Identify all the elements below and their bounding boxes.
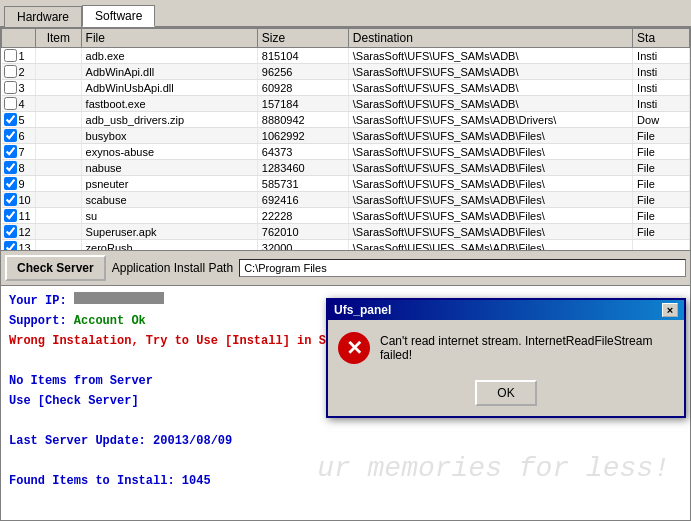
- dialog-message: Can't read internet stream. InternetRead…: [380, 334, 674, 362]
- dialog-close-button[interactable]: ×: [662, 303, 678, 317]
- dialog-overlay: Ufs_panel × ✕ Can't read internet stream…: [1, 28, 690, 520]
- error-icon: ✕: [338, 332, 370, 364]
- dialog-body: ✕ Can't read internet stream. InternetRe…: [328, 320, 684, 376]
- dialog-titlebar: Ufs_panel ×: [328, 300, 684, 320]
- tab-software[interactable]: Software: [82, 5, 155, 27]
- dialog-footer: OK: [328, 376, 684, 416]
- tab-hardware[interactable]: Hardware: [4, 6, 82, 27]
- error-dialog: Ufs_panel × ✕ Can't read internet stream…: [326, 298, 686, 418]
- tab-bar: Hardware Software: [0, 0, 691, 28]
- main-content: Item File Size Destination Sta 1adb.exe8…: [0, 28, 691, 521]
- ok-button[interactable]: OK: [475, 380, 536, 406]
- dialog-title: Ufs_panel: [334, 303, 391, 317]
